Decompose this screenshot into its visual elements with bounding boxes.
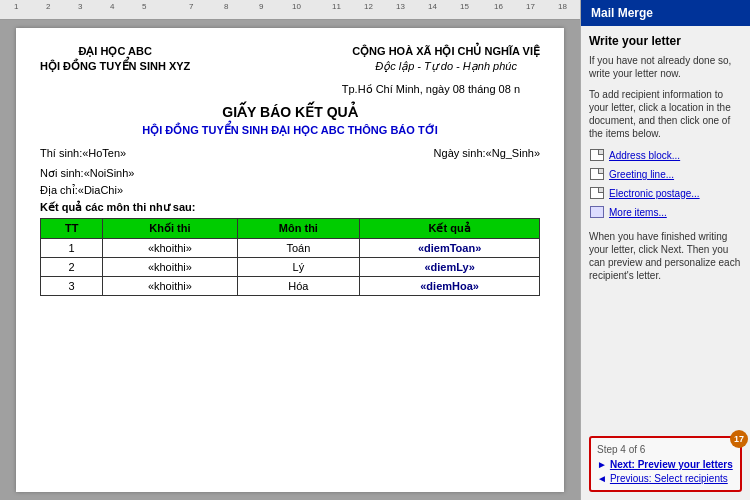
- mail-merge-panel: Mail Merge Write your letter If you have…: [580, 0, 750, 500]
- cell-tt: 3: [41, 276, 103, 295]
- ruler-mark: 5: [142, 2, 146, 11]
- cell-tt: 2: [41, 257, 103, 276]
- header-left: ĐẠI HỌC ABC HỘI ĐỒNG TUYỂN SINH XYZ: [40, 44, 190, 75]
- electronic-postage-link[interactable]: Electronic postage...: [609, 188, 700, 199]
- subtitle: HỘI ĐỒNG TUYỂN SINH ĐẠI HỌC ABC THÔNG BÁ…: [40, 124, 540, 137]
- ruler-mark: 18: [558, 2, 567, 11]
- ruler-mark: 3: [78, 2, 82, 11]
- header-right: CỘNG HOÀ XÃ HỘI CHỦ NGHĨA VIỆ Độc lập - …: [352, 44, 540, 75]
- link-electronic-postage[interactable]: Electronic postage...: [589, 186, 742, 200]
- republic-name: CỘNG HOÀ XÃ HỘI CHỦ NGHĨA VIỆ: [352, 44, 540, 59]
- table-row: 3«khoithi»Hóa«diemHoa»: [41, 276, 540, 295]
- greeting-line-link[interactable]: Greeting line...: [609, 169, 674, 180]
- table-row: 1«khoithi»Toán«diemToan»: [41, 238, 540, 257]
- cell-tt: 1: [41, 238, 103, 257]
- link-greeting-line[interactable]: Greeting line...: [589, 167, 742, 181]
- table-row: 2«khoithi»Lý«diemLy»: [41, 257, 540, 276]
- ruler-mark: 11: [332, 2, 341, 11]
- col-mon: Môn thi: [237, 218, 360, 238]
- electronic-postage-icon: [589, 186, 605, 200]
- date-line: Tp.Hồ Chí Minh, ngày 08 tháng 08 n: [40, 83, 540, 96]
- ruler-mark: 1: [14, 2, 18, 11]
- field-dia-chi: Địa chỉ:«DiaChi»: [40, 184, 540, 197]
- panel-title: Mail Merge: [581, 0, 750, 26]
- main-title: GIẤY BÁO KẾT QUẢ: [40, 104, 540, 120]
- university-name: ĐẠI HỌC ABC: [40, 44, 190, 59]
- add-text: To add recipient information to your let…: [589, 88, 742, 140]
- step-prev-text[interactable]: Previous: Select recipients: [610, 473, 728, 484]
- address-block-link[interactable]: Address block...: [609, 150, 680, 161]
- cell-mon: Lý: [237, 257, 360, 276]
- ruler-mark: 7: [189, 2, 193, 11]
- results-table: TT Khối thi Môn thi Kết quả 1«khoithi»To…: [40, 218, 540, 296]
- cell-ketqua: «diemHoa»: [360, 276, 540, 295]
- table-body: 1«khoithi»Toán«diemToan»2«khoithi»Lý«die…: [41, 238, 540, 295]
- intro-text: If you have not already done so, write y…: [589, 54, 742, 80]
- greeting-line-icon: [589, 167, 605, 181]
- step-prev-link[interactable]: ◄ Previous: Select recipients: [597, 473, 734, 484]
- ruler-mark: 13: [396, 2, 405, 11]
- prev-arrow-icon: ◄: [597, 473, 607, 484]
- ruler-mark: 12: [364, 2, 373, 11]
- table-label: Kết quả các môn thi như sau:: [40, 201, 540, 214]
- document-page[interactable]: ĐẠI HỌC ABC HỘI ĐỒNG TUYỂN SINH XYZ CỘNG…: [16, 28, 564, 492]
- field-ngay-sinh: Ngày sinh:«Ng_Sinh»: [434, 147, 540, 159]
- field-noi-sinh: Nơi sinh:«NoiSinh»: [40, 167, 540, 180]
- ruler: 1 2 3 4 5 7 8 9 10 11 12 13 14 15 16 17 …: [0, 0, 580, 20]
- cell-ketqua: «diemLy»: [360, 257, 540, 276]
- panel-content: Write your letter If you have not alread…: [581, 26, 750, 500]
- council-name: HỘI ĐỒNG TUYỂN SINH XYZ: [40, 59, 190, 74]
- ruler-mark: 17: [526, 2, 535, 11]
- step-next-link[interactable]: ► Next: Preview your letters: [597, 459, 734, 470]
- cell-mon: Toán: [237, 238, 360, 257]
- step-box: 17 Step 4 of 6 ► Next: Preview your lett…: [589, 436, 742, 492]
- fields-row-1: Thí sinh:«HoTen» Ngày sinh:«Ng_Sinh»: [40, 147, 540, 163]
- ruler-mark: 10: [292, 2, 301, 11]
- cell-mon: Hóa: [237, 276, 360, 295]
- cell-khoi: «khoithi»: [103, 257, 237, 276]
- document-area: 1 2 3 4 5 7 8 9 10 11 12 13 14 15 16 17 …: [0, 0, 580, 500]
- ruler-mark: 9: [259, 2, 263, 11]
- ruler-mark: 15: [460, 2, 469, 11]
- table-header-row: TT Khối thi Môn thi Kết quả: [41, 218, 540, 238]
- document-header: ĐẠI HỌC ABC HỘI ĐỒNG TUYỂN SINH XYZ CỘNG…: [40, 44, 540, 75]
- link-more-items[interactable]: More items...: [589, 205, 742, 219]
- ruler-mark: 8: [224, 2, 228, 11]
- cell-khoi: «khoithi»: [103, 276, 237, 295]
- col-tt: TT: [41, 218, 103, 238]
- ruler-mark: 2: [46, 2, 50, 11]
- ruler-mark: 16: [494, 2, 503, 11]
- next-arrow-icon: ►: [597, 459, 607, 470]
- col-khoi: Khối thi: [103, 218, 237, 238]
- step-badge: 17: [730, 430, 748, 448]
- ruler-mark: 14: [428, 2, 437, 11]
- motto: Độc lập - Tự do - Hạnh phúc: [352, 59, 540, 74]
- section-title: Write your letter: [589, 34, 742, 48]
- step-label: Step 4 of 6: [597, 444, 734, 455]
- bottom-text: When you have finished writing your lett…: [589, 230, 742, 282]
- step-next-text[interactable]: Next: Preview your letters: [610, 459, 733, 470]
- link-address-block[interactable]: Address block...: [589, 148, 742, 162]
- address-block-icon: [589, 148, 605, 162]
- ruler-mark: 4: [110, 2, 114, 11]
- field-thi-sinh: Thí sinh:«HoTen»: [40, 147, 126, 159]
- more-items-link[interactable]: More items...: [609, 207, 667, 218]
- col-ketqua: Kết quả: [360, 218, 540, 238]
- cell-khoi: «khoithi»: [103, 238, 237, 257]
- cell-ketqua: «diemToan»: [360, 238, 540, 257]
- more-items-icon: [589, 205, 605, 219]
